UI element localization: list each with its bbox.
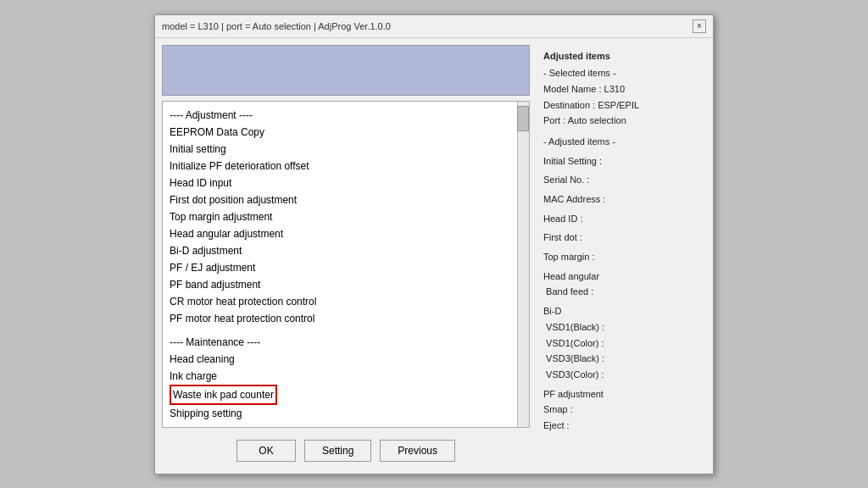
right-item: Serial No. : <box>543 172 699 188</box>
right-item: Top margin : <box>543 249 699 265</box>
right-item: VSD3(Black) : <box>543 351 699 367</box>
list-item[interactable]: PF motor heat protection control <box>170 310 514 327</box>
right-item: MAC Address : <box>543 191 699 208</box>
close-button[interactable]: × <box>693 19 706 33</box>
adjusted-items-header: - Adjusted items - <box>543 134 699 150</box>
list-item[interactable]: Head cleaning <box>170 351 514 368</box>
right-panel: Adjusted items - Selected items - Model … <box>537 45 706 467</box>
destination: Destination : ESP/EPIL <box>543 97 699 114</box>
head-id-input-item[interactable]: Head ID input <box>170 175 514 191</box>
list-item[interactable]: Bi-D adjustment <box>170 242 514 259</box>
right-item: VSD1(Black) : <box>543 319 699 336</box>
list-item[interactable]: Top margin adjustment <box>170 208 514 225</box>
adjustment-header: ---- Adjustment ---- <box>170 107 514 124</box>
maintenance-header: ---- Maintenance ---- <box>170 334 514 351</box>
waste-ink-pad-counter-item[interactable]: Waste ink pad counter <box>173 386 274 403</box>
right-item: Initial Setting : <box>543 153 699 169</box>
list-item[interactable]: CR motor heat protection control <box>170 293 514 310</box>
list-item[interactable]: EEPROM Data Copy <box>170 124 514 141</box>
list-item[interactable]: PF band adjustment <box>170 276 514 293</box>
model-name: Model Name : L310 <box>543 81 699 97</box>
right-item: Band feed : <box>543 284 699 300</box>
main-dialog: model = L310 | port = Auto selection | A… <box>154 14 714 474</box>
list-item[interactable]: Ink charge <box>170 368 514 385</box>
right-item: Head ID : <box>543 211 699 227</box>
right-item: VSD3(Color) : <box>543 367 699 383</box>
scrollbar-thumb[interactable] <box>517 106 529 131</box>
right-item: Head angular <box>543 269 699 285</box>
setting-button[interactable]: Setting <box>304 440 371 462</box>
list-item[interactable]: Head angular adjustment <box>170 225 514 242</box>
port: Port : Auto selection <box>543 113 699 129</box>
title-bar: model = L310 | port = Auto selection | A… <box>155 15 713 38</box>
list-item[interactable]: First dot position adjustment <box>170 191 514 208</box>
ok-button[interactable]: OK <box>236 440 296 462</box>
selected-items-header: - Selected items - <box>543 65 699 81</box>
previous-button[interactable]: Previous <box>380 440 455 462</box>
right-item: Bi-D <box>543 303 699 319</box>
dialog-title: model = L310 | port = Auto selection | A… <box>162 21 391 31</box>
adjusted-items-title: Adjusted items <box>543 48 699 64</box>
list-item[interactable]: PF / EJ adjustment <box>170 259 514 276</box>
scrollbar-track[interactable] <box>517 102 529 427</box>
list-item[interactable]: Initialize PF deterioration offset <box>170 158 514 175</box>
left-panel: ---- Adjustment ---- EEPROM Data Copy In… <box>162 45 530 467</box>
list-item[interactable]: Initial setting <box>170 141 514 158</box>
right-item: Eject : <box>543 418 699 434</box>
right-item: First dot : <box>543 230 699 246</box>
right-item: VSD1(Color) : <box>543 336 699 352</box>
banner-area <box>162 45 530 96</box>
right-item: Smap : <box>543 402 699 418</box>
content-area: ---- Adjustment ---- EEPROM Data Copy In… <box>155 38 713 474</box>
list-item[interactable]: Shipping setting <box>170 405 514 422</box>
menu-list-container: ---- Adjustment ---- EEPROM Data Copy In… <box>162 101 530 428</box>
button-row: OK Setting Previous <box>162 433 530 467</box>
right-item: PF adjustment <box>543 386 699 402</box>
